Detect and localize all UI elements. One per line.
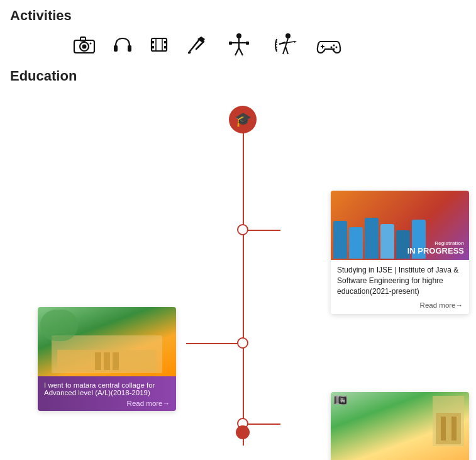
svg-line-21 [235, 48, 239, 55]
palatuwa-card-image: 🇱🇰 [331, 392, 469, 460]
matara-card-text: I went to matara central collage for Adv… [44, 381, 170, 396]
matara-card-body: I went to matara central collage for Adv… [38, 376, 176, 411]
svg-point-36 [331, 47, 333, 48]
h-line-2 [186, 343, 243, 344]
matara-read-more[interactable]: Read more→ [44, 400, 170, 407]
education-title: Education [10, 68, 466, 84]
svg-rect-5 [114, 45, 118, 52]
svg-point-35 [333, 48, 335, 50]
svg-rect-3 [80, 37, 86, 41]
svg-line-14 [189, 40, 199, 53]
svg-point-2 [82, 45, 87, 49]
headphones-icon [113, 35, 132, 55]
svg-point-4 [90, 43, 92, 45]
matara-card-image [38, 307, 176, 376]
gamepad-icon [316, 35, 342, 54]
archery-icon [270, 33, 298, 57]
timeline-top-graduation-node: 🎓 [229, 106, 257, 133]
activities-icons-row [10, 33, 466, 57]
svg-rect-6 [128, 45, 131, 52]
timeline-bottom-node [236, 425, 250, 439]
timeline-node-1 [237, 224, 248, 235]
svg-line-22 [239, 48, 243, 55]
education-card-ijse: Registration IN PROGRESS Studying in IJS… [331, 191, 469, 314]
education-card-matara: I went to matara central collage for Adv… [38, 307, 176, 411]
svg-line-29 [283, 47, 285, 54]
education-card-palatuwa: 🇱🇰 I went to palatuwa gunarathana centra… [331, 392, 469, 460]
svg-rect-20 [246, 42, 249, 45]
activities-title: Activities [10, 8, 466, 24]
timeline-node-2 [237, 337, 248, 349]
svg-line-30 [285, 47, 288, 54]
svg-point-16 [236, 33, 241, 38]
camera-icon [73, 35, 96, 54]
svg-marker-28 [294, 41, 297, 43]
education-section: Education 🎓 [0, 68, 476, 446]
svg-point-34 [336, 47, 338, 48]
svg-rect-19 [229, 42, 232, 45]
ijse-card-image: Registration IN PROGRESS [331, 191, 469, 260]
svg-rect-10 [164, 41, 167, 43]
h-line-3 [243, 424, 280, 425]
ijse-card-text: Studying in IJSE | Institute of Java & S… [337, 265, 463, 296]
film-icon [150, 35, 169, 54]
fitness-icon [225, 33, 253, 57]
svg-rect-8 [152, 41, 154, 43]
tools-icon [186, 34, 208, 55]
h-line-1 [243, 230, 280, 231]
svg-rect-7 [152, 38, 167, 51]
svg-rect-9 [152, 46, 154, 48]
svg-point-23 [285, 33, 291, 38]
timeline-container: 🎓 Registration IN PROGRESS [10, 93, 466, 446]
ijse-read-more[interactable]: Read more→ [337, 300, 463, 310]
svg-point-33 [333, 45, 335, 47]
ijse-card-body: Studying in IJSE | Institute of Java & S… [331, 260, 469, 314]
timeline-line [243, 112, 244, 446]
ijse-registration-badge: Registration IN PROGRESS [407, 240, 464, 256]
activities-section: Activities [0, 0, 476, 68]
svg-rect-11 [164, 46, 167, 48]
